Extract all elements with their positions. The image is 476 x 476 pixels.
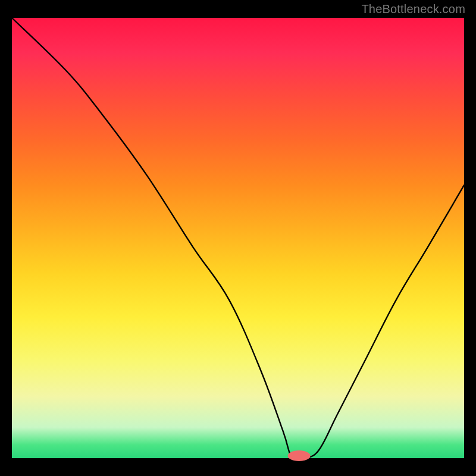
chart-frame: TheBottleneck.com	[0, 0, 476, 476]
chart-svg	[12, 18, 464, 458]
plot-area	[12, 18, 464, 458]
bottleneck-curve	[12, 18, 464, 461]
watermark-text: TheBottleneck.com	[361, 2, 465, 16]
bottleneck-marker	[288, 450, 311, 461]
